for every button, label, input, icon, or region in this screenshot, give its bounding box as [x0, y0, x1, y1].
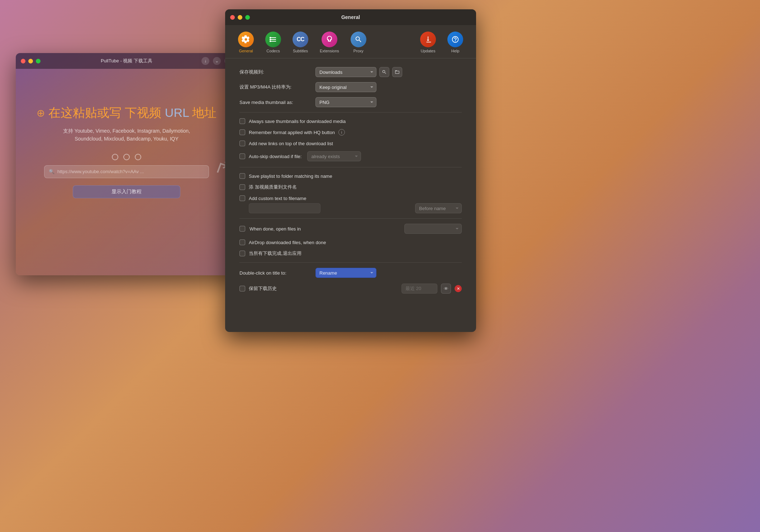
- history-label: 保留下载历史: [249, 285, 398, 292]
- status-dot-2: [123, 154, 130, 160]
- divider-1: [239, 112, 462, 113]
- tab-proxy[interactable]: Proxy: [345, 29, 372, 55]
- checkbox-newlinks-label: Add new links on top of the download lis…: [249, 141, 333, 146]
- subtitles-icon: CC: [293, 32, 308, 47]
- svg-rect-0: [270, 37, 271, 38]
- checkbox-newlinks-row: Add new links on top of the download lis…: [239, 140, 462, 147]
- tab-updates[interactable]: Updates: [414, 29, 442, 55]
- when-done-row: When done, open files in: [239, 224, 462, 234]
- traffic-lights: [21, 59, 41, 63]
- when-done-select[interactable]: [404, 224, 462, 234]
- checkbox-autoskip[interactable]: [239, 153, 245, 159]
- mp3-label: 设置 MP3/M4A 比特率为:: [239, 84, 311, 90]
- save-video-label: 保存视频到:: [239, 69, 311, 75]
- tab-proxy-label: Proxy: [353, 49, 364, 53]
- codecs-icon: [265, 32, 281, 47]
- general-close-button[interactable]: [230, 15, 235, 20]
- search-icon: 🔍: [49, 169, 54, 174]
- checkbox-autoskip-row: Auto-skip download if file: already exis…: [239, 151, 462, 162]
- thumbnail-label: Save media thumbnail as:: [239, 100, 311, 105]
- tab-general[interactable]: General: [232, 29, 260, 55]
- checkbox-history[interactable]: [239, 286, 245, 291]
- mp3-row: 设置 MP3/M4A 比特率为: Keep original: [239, 82, 462, 92]
- info-icon-hq[interactable]: i: [338, 129, 345, 136]
- pulltube-content: ⊕ 在这粘贴或写 下视频 URL 地址 支持 Youtube, Vimeo, F…: [16, 69, 237, 275]
- checkbox-quality-label: 添 加视频质量到文件名: [249, 184, 297, 190]
- svg-rect-2: [270, 41, 271, 42]
- supported-line2: Soundcloud, Mixcloud, Bandcamp, Youku, I…: [63, 135, 190, 143]
- settings-content: 保存视频到: Downloads 设置 MP3/M4A 比特: [225, 58, 476, 332]
- custom-text-input-row: Before name: [249, 203, 462, 213]
- status-dot-1: [112, 154, 118, 160]
- tab-extensions-label: Extensions: [320, 49, 339, 53]
- status-dot-3: [135, 154, 141, 160]
- tab-general-label: General: [239, 49, 253, 53]
- tutorial-button[interactable]: 显示入门教程: [73, 185, 180, 198]
- chevron-down-icon[interactable]: ⌄: [213, 57, 221, 65]
- checkbox-when-done[interactable]: [239, 226, 245, 232]
- settings-toolbar: General Codecs CC Subtitles: [225, 25, 476, 58]
- url-prompt-text: 在这粘贴或写 下视频 URL 地址: [48, 105, 217, 121]
- maximize-button[interactable]: [36, 59, 41, 63]
- general-titlebar: General: [225, 9, 476, 25]
- tab-subtitles[interactable]: CC Subtitles: [287, 29, 314, 55]
- tab-help[interactable]: Help: [442, 29, 469, 55]
- checkbox-quit[interactable]: [239, 251, 245, 256]
- history-clear-icon[interactable]: ✕: [455, 285, 462, 292]
- double-click-select[interactable]: Rename: [315, 268, 376, 278]
- eye-icon[interactable]: 👁: [441, 284, 451, 294]
- checkbox-thumbnails[interactable]: [239, 118, 245, 124]
- general-minimize-button[interactable]: [238, 15, 242, 20]
- add-icon: ⊕: [37, 107, 45, 119]
- url-input-placeholder: https://www.youtube.com/watch?v=AAv ...: [57, 169, 204, 174]
- mp3-select[interactable]: Keep original: [315, 82, 376, 92]
- save-location-value: Downloads: [319, 70, 342, 75]
- history-stepper[interactable]: 最近 20: [402, 284, 437, 294]
- checkbox-autoskip-label: Auto-skip download if file:: [249, 154, 301, 159]
- search-folder-icon[interactable]: [379, 67, 389, 77]
- open-folder-icon[interactable]: [392, 67, 402, 77]
- checkbox-airdrop-row: AirDrop downloaded files, when done: [239, 239, 462, 246]
- history-row: 保留下载历史 最近 20 👁 ✕: [239, 283, 462, 294]
- help-icon: [447, 32, 463, 47]
- tab-help-label: Help: [451, 49, 460, 53]
- divider-3: [239, 218, 462, 219]
- checkbox-customtext-row: Add custom text to filename: [239, 195, 462, 202]
- double-click-value: Rename: [319, 270, 337, 276]
- checkbox-quit-label: 当所有下载完成,退出应用: [249, 250, 301, 257]
- url-search-bar[interactable]: 🔍 https://www.youtube.com/watch?v=AAv ..…: [44, 165, 209, 178]
- save-location-select[interactable]: Downloads: [315, 67, 376, 77]
- checkbox-airdrop-label: AirDrop downloaded files, when done: [249, 240, 326, 245]
- checkbox-airdrop[interactable]: [239, 239, 245, 245]
- tab-updates-label: Updates: [421, 49, 436, 53]
- checkbox-hq[interactable]: [239, 129, 245, 135]
- extensions-icon: [322, 32, 337, 47]
- checkbox-customtext-label: Add custom text to filename: [249, 196, 306, 201]
- mp3-value: Keep original: [319, 85, 347, 90]
- download-icon[interactable]: ↓: [201, 57, 209, 65]
- divider-2: [239, 167, 462, 167]
- checkbox-newlinks[interactable]: [239, 141, 245, 146]
- when-done-label: When done, open files in: [250, 226, 301, 232]
- url-prompt: ⊕ 在这粘贴或写 下视频 URL 地址: [37, 105, 217, 121]
- close-button[interactable]: [21, 59, 25, 63]
- checkbox-quality[interactable]: [239, 184, 245, 190]
- checkbox-playlist-label: Save playlist to folder matching its nam…: [249, 174, 332, 179]
- updates-icon: [420, 32, 436, 47]
- autoskip-select[interactable]: already exists: [307, 151, 361, 161]
- pulltube-window: PullTube - 视频 下载工具 ↓ ⌄ ⚙ ⊕ 在这粘贴或写 下视频 UR…: [16, 53, 237, 275]
- thumbnail-select[interactable]: PNG: [315, 97, 376, 107]
- checkbox-playlist[interactable]: [239, 173, 245, 179]
- checkbox-hq-label: Remember format applied with HQ button: [249, 130, 335, 135]
- checkbox-customtext[interactable]: [239, 195, 245, 201]
- minimize-button[interactable]: [28, 59, 33, 63]
- pulltube-titlebar: PullTube - 视频 下载工具 ↓ ⌄ ⚙: [16, 53, 237, 69]
- checkbox-thumbnails-label: Always save thumbnails for downloaded me…: [249, 119, 346, 124]
- custom-text-input[interactable]: [249, 203, 320, 213]
- general-maximize-button[interactable]: [245, 15, 250, 20]
- tab-codecs-label: Codecs: [266, 49, 280, 53]
- tab-subtitles-label: Subtitles: [293, 49, 308, 53]
- tab-codecs[interactable]: Codecs: [260, 29, 287, 55]
- before-name-select[interactable]: Before name: [415, 203, 462, 213]
- tab-extensions[interactable]: Extensions: [314, 29, 345, 55]
